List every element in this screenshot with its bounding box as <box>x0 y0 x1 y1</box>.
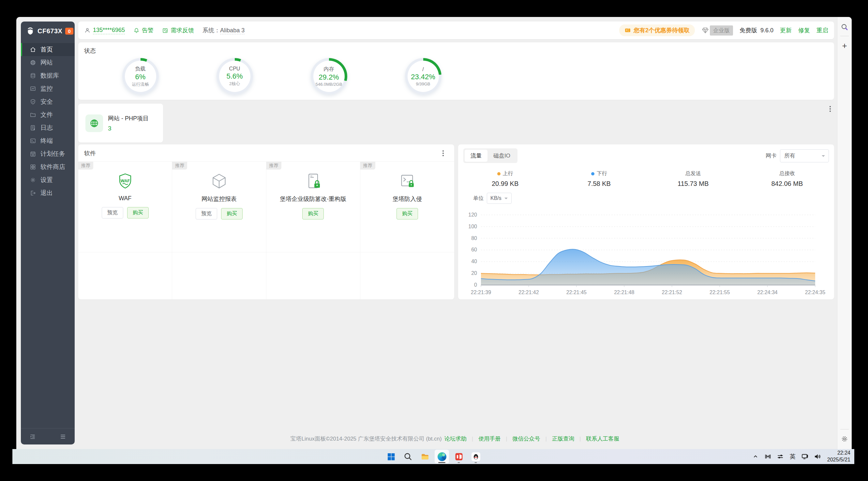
ime-language-indicator[interactable]: 英 <box>787 451 798 462</box>
topbar-right: 您有2个优惠券待领取 企业版 免费版 9.6.0 更新 修复 重启 <box>619 25 828 36</box>
taskbar-search-button[interactable] <box>401 450 415 463</box>
strip-add-icon[interactable]: + <box>839 40 850 51</box>
sidebar-item-settings[interactable]: 设置 <box>21 174 75 186</box>
account-phone[interactable]: 135****6965 <box>93 27 125 34</box>
disk-gauge[interactable]: / 23.42% 9/39GB <box>405 58 441 95</box>
start-button[interactable] <box>384 450 398 463</box>
footer-link-manual[interactable]: 使用手册 <box>478 435 500 443</box>
preview-button[interactable]: 预览 <box>102 207 123 218</box>
home-widgets-more-icon[interactable] <box>830 108 831 110</box>
sidebar-item-security[interactable]: 安全 <box>21 95 75 108</box>
home-icon <box>30 46 36 53</box>
sidebar-item-cron[interactable]: 计划任务 <box>21 147 75 160</box>
cpu-gauge[interactable]: CPU 5.6% 2核心 <box>217 58 253 95</box>
strip-settings-gear-icon[interactable] <box>839 433 850 445</box>
svg-text:22:24:34: 22:24:34 <box>757 290 777 295</box>
status-card: 状态 负载 6% 运行流畅 CPU 5.6% 2核心 内存 29.2% 546.… <box>78 42 834 100</box>
system-os-value[interactable]: Alibaba 3 <box>220 27 245 34</box>
svg-text:0: 0 <box>474 282 477 288</box>
footer-link-wechat[interactable]: 微信公众号 <box>513 435 540 443</box>
tray-speaker-icon[interactable] <box>812 451 823 462</box>
stat-label: 上行 <box>503 170 513 177</box>
collapse-sidebar-icon[interactable] <box>29 433 36 440</box>
memory-gauge[interactable]: 内存 29.2% 546.0MB/2GB <box>311 58 347 95</box>
tray-chevron-up-icon[interactable] <box>750 451 761 462</box>
buy-button[interactable]: 购买 <box>127 207 149 218</box>
software-item-waf[interactable]: 推荐 WAF WAF 预览 购买 <box>78 162 172 252</box>
sidebar-item-label: 日志 <box>40 124 53 132</box>
sidebar-item-logs[interactable]: 日志 <box>21 121 75 134</box>
stat-total-received: 总接收 842.06 MB <box>740 170 834 187</box>
load-gauge[interactable]: 负载 6% 运行流畅 <box>122 58 159 95</box>
tray-display-pen-icon[interactable] <box>800 451 810 462</box>
menu-list-icon[interactable] <box>60 433 66 440</box>
tray-tune-sliders-icon[interactable] <box>775 451 785 462</box>
feedback-item[interactable]: 需求反馈 <box>162 26 194 34</box>
gauge-label: 内存 <box>324 66 334 73</box>
qq-app-button[interactable] <box>469 450 483 463</box>
edge-browser-button[interactable] <box>435 450 449 463</box>
sidebar-item-database[interactable]: 数据库 <box>21 69 75 82</box>
tab-traffic[interactable]: 流量 <box>465 150 488 162</box>
sidebar-item-logout[interactable]: 退出 <box>21 186 75 200</box>
sidebar-item-app-store[interactable]: 软件商店 <box>21 160 75 174</box>
nic-selected-value: 所有 <box>784 152 795 159</box>
sidebar-item-websites[interactable]: 网站 <box>21 56 75 69</box>
software-item-tamper-proof[interactable]: 推荐 堡塔企业级防篡改-重构版 购买 <box>267 162 360 252</box>
stat-value: 20.99 KB <box>492 180 519 187</box>
sidebar-item-monitor[interactable]: 监控 <box>21 82 75 95</box>
sidebar-item-home[interactable]: 首页 <box>21 43 75 56</box>
software-item-monitor-report[interactable]: 推荐 网站监控报表 预览 购买 <box>172 162 266 252</box>
footer-link-support[interactable]: 联系人工客服 <box>586 435 619 443</box>
footer-link-genuine-check[interactable]: 正版查询 <box>552 435 574 443</box>
footer-link-forum[interactable]: 论坛求助 <box>444 435 467 443</box>
software-more-icon[interactable] <box>442 153 444 154</box>
software-name: WAF <box>119 195 131 202</box>
alarm-item[interactable]: 告警 <box>133 26 154 34</box>
gauge-sub: 546.0MB/2GB <box>316 82 342 87</box>
recommend-badge: 推荐 <box>78 162 93 170</box>
buy-button[interactable]: 购买 <box>302 208 324 219</box>
shield-check-icon <box>30 98 36 105</box>
unit-select[interactable]: KB/s <box>487 193 512 204</box>
traffic-area-chart[interactable]: 02040608010012022:21:3922:21:4222:21:452… <box>462 206 831 299</box>
preview-button[interactable]: 预览 <box>196 208 217 219</box>
account-item[interactable]: 135****6965 <box>84 27 125 34</box>
monitor-chart-icon <box>30 85 36 92</box>
svg-text:20: 20 <box>471 270 477 276</box>
restart-link[interactable]: 重启 <box>816 26 828 34</box>
sidebar-search-icon[interactable] <box>839 22 850 33</box>
update-link[interactable]: 更新 <box>780 26 792 34</box>
repair-link[interactable]: 修复 <box>798 26 810 34</box>
running-app-indicator <box>458 462 460 463</box>
software-empty-cell <box>172 252 266 299</box>
footer-separator: | <box>472 436 473 442</box>
tab-disk-io[interactable]: 磁盘IO <box>488 150 516 162</box>
php-project-count[interactable]: 3 <box>108 125 149 132</box>
software-item-intrusion-prevention[interactable]: 推荐 堡塔防入侵 购买 <box>360 162 454 252</box>
php-project-card[interactable]: 网站 - PHP项目 3 <box>78 104 163 143</box>
enterprise-badge[interactable]: 企业版 <box>702 25 733 35</box>
file-explorer-button[interactable] <box>418 450 432 463</box>
logo-row: CF673X 0 <box>21 22 75 38</box>
windows-logo-icon <box>387 453 395 461</box>
tray-m-app-icon[interactable] <box>763 451 773 462</box>
coupon-banner[interactable]: 您有2个优惠券待领取 <box>619 25 695 36</box>
recommend-badge: 推荐 <box>360 162 375 170</box>
taskbar-clock[interactable]: 22:24 2025/5/21 <box>827 450 850 463</box>
traffic-chart-area[interactable]: 02040608010012022:21:3922:21:4222:21:452… <box>462 206 831 299</box>
server-lock-icon <box>304 171 322 192</box>
buy-button[interactable]: 购买 <box>397 208 418 219</box>
panel-window: CF673X 0 首页 网站 数据库 监控 安全 <box>16 17 852 449</box>
unit-label: 单位 <box>473 195 484 202</box>
red-app-icon <box>455 452 463 461</box>
message-count-badge[interactable]: 0 <box>65 28 73 35</box>
red-office-app-button[interactable] <box>452 450 466 463</box>
nic-select[interactable]: 所有 <box>780 149 829 162</box>
software-empty-cell <box>78 252 172 299</box>
sidebar-item-terminal[interactable]: 终端 <box>21 134 75 147</box>
buy-button[interactable]: 购买 <box>221 208 243 219</box>
feedback-label: 需求反馈 <box>170 26 194 34</box>
sidebar-item-files[interactable]: 文件 <box>21 108 75 121</box>
svg-text:22:21:39: 22:21:39 <box>471 290 491 295</box>
